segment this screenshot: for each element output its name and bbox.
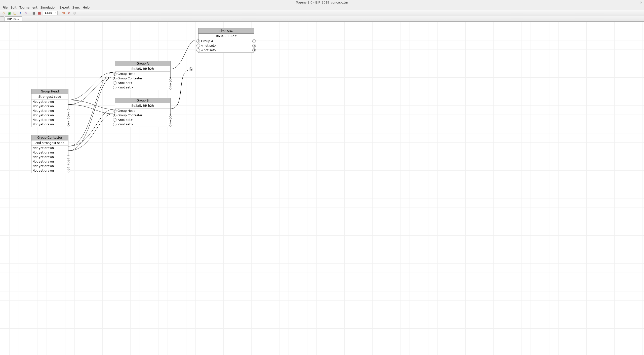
zoom-value: 133% xyxy=(43,11,54,15)
canvas[interactable]: Group Head Strongest seed Not yet drawn … xyxy=(0,22,644,355)
node-title: Group B xyxy=(115,98,170,103)
row: Not yet drawnP xyxy=(31,168,68,173)
menu-simulation[interactable]: Simulation xyxy=(39,5,58,10)
menu-file[interactable]: File xyxy=(1,5,9,10)
port-in-icon[interactable]: P xyxy=(113,77,116,80)
zoom-selector[interactable]: 133% ▾ xyxy=(43,11,58,15)
port-in-icon[interactable] xyxy=(113,81,116,85)
menu-tournament[interactable]: Tournament xyxy=(18,5,39,10)
port-out-icon[interactable]: 2 xyxy=(169,114,172,117)
node-subtitle: Bo2à5, RR-h2h xyxy=(115,103,170,109)
row: Not yet drawn xyxy=(31,104,68,109)
tab-bjp2017[interactable]: BJP 2017 xyxy=(5,16,22,21)
row: Not yet drawnP xyxy=(31,164,68,168)
port-in-icon[interactable]: P xyxy=(113,109,116,113)
row: Not yet drawn xyxy=(31,150,68,155)
port-out-icon[interactable]: P xyxy=(67,164,70,168)
tab-add-button[interactable]: + xyxy=(0,16,4,21)
node-subtitle: Strongest seed xyxy=(31,94,68,99)
node-subtitle: 2nd strongest seed xyxy=(31,140,68,146)
zoom-dropdown-icon[interactable]: ▾ xyxy=(54,12,57,14)
row: Not yet drawn xyxy=(31,146,68,150)
port-in-icon[interactable] xyxy=(113,86,116,89)
row: Not yet drawnP xyxy=(31,122,68,127)
port-out-icon[interactable]: 3 xyxy=(169,81,172,85)
port-out-icon[interactable]: 3 xyxy=(252,48,256,52)
row: <not set>4 xyxy=(115,122,170,127)
port-out-icon[interactable]: 3 xyxy=(169,118,172,122)
row: PGroup Head xyxy=(115,109,170,113)
menu-edit[interactable]: Edit xyxy=(9,5,18,10)
row: Not yet drawnP xyxy=(31,118,68,122)
row: Not yet drawnP xyxy=(31,109,68,113)
port-in-icon[interactable] xyxy=(113,123,116,126)
node-title: Group Head xyxy=(31,89,68,94)
port-out-icon[interactable]: P xyxy=(67,160,70,163)
port-out-icon[interactable]: P xyxy=(67,123,70,126)
port-out-icon[interactable]: P xyxy=(67,114,70,117)
tool-connect-icon[interactable]: ✦ xyxy=(18,11,23,15)
menu-help[interactable]: Help xyxy=(81,5,91,10)
port-out-icon[interactable]: 2 xyxy=(252,44,256,47)
row: <not set>3 xyxy=(115,118,170,122)
node-group-contester[interactable]: Group Contester 2nd strongest seed Not y… xyxy=(31,135,68,173)
toolbar: ◇ ▣ ◫ ✦ ✎ ▦ ▦ 133% ▾ ⟲ ⊘ ◍ xyxy=(0,10,644,16)
cursor-icon: ↖ xyxy=(190,68,193,72)
node-group-b[interactable]: Group B Bo2à5, RR-h2h PGroup Head PGroup… xyxy=(115,98,171,127)
tool-unlink-icon[interactable]: ⟲ xyxy=(61,11,66,15)
node-first-abc[interactable]: First ABC Bo3à5, RR-dif 1Group A1 <not s… xyxy=(198,28,254,53)
port-in-icon[interactable] xyxy=(196,44,200,47)
tool-grid-icon[interactable]: ▦ xyxy=(32,11,36,15)
node-subtitle: Bo2à5, RR-h2h xyxy=(115,66,170,72)
tool-grid-red-icon[interactable]: ▦ xyxy=(37,11,42,15)
port-out-icon[interactable]: 4 xyxy=(169,123,172,126)
port-out-icon[interactable]: 1 xyxy=(252,39,256,43)
window-title: Tugeny 2.0 - BJP_2019_concept.tur xyxy=(296,1,348,4)
menu-sync[interactable]: Sync xyxy=(71,5,81,10)
port-out-icon[interactable]: P xyxy=(67,169,70,172)
canvas-wrap: Group Head Strongest seed Not yet drawn … xyxy=(0,22,644,355)
tool-add-node-icon[interactable]: ▣ xyxy=(7,11,12,15)
row: Not yet drawnP xyxy=(31,159,68,164)
port-out-icon[interactable]: P xyxy=(67,155,70,159)
port-out-icon[interactable]: 4 xyxy=(169,86,172,89)
row: Not yet drawn xyxy=(31,99,68,104)
row: Not yet drawnP xyxy=(31,113,68,118)
tool-add-group-icon[interactable]: ◫ xyxy=(13,11,17,15)
row: Not yet drawnP xyxy=(31,155,68,159)
port-out-icon[interactable]: P xyxy=(67,109,70,113)
node-subtitle: Bo3à5, RR-dif xyxy=(198,34,254,39)
row: PGroup Contester2 xyxy=(115,76,170,81)
port-in-icon[interactable]: P xyxy=(113,72,116,76)
node-group-a[interactable]: Group A Bo2à5, RR-h2h PGroup Head PGroup… xyxy=(115,61,171,90)
tabbar: + BJP 2017 xyxy=(0,16,644,22)
tool-new-icon[interactable]: ◇ xyxy=(2,11,6,15)
port-in-icon[interactable] xyxy=(113,118,116,122)
row: <not set>3 xyxy=(115,81,170,85)
node-title: Group Contester xyxy=(31,135,68,140)
row: <not set>2 xyxy=(198,43,254,48)
row: PGroup Contester2 xyxy=(115,113,170,118)
menubar: File Edit Tournament Simulation Export S… xyxy=(0,5,644,10)
connection-lines xyxy=(0,22,644,355)
tool-globe-icon[interactable]: ◍ xyxy=(72,11,77,15)
row: 1Group A1 xyxy=(198,39,254,43)
port-in-icon[interactable] xyxy=(196,48,200,52)
row: PGroup Head xyxy=(115,72,170,76)
node-group-head[interactable]: Group Head Strongest seed Not yet drawn … xyxy=(31,89,68,127)
titlebar: Tugeny 2.0 - BJP_2019_concept.tur × xyxy=(0,0,644,5)
tool-paint-icon[interactable]: ✎ xyxy=(24,11,28,15)
node-title: First ABC xyxy=(198,28,254,34)
node-title: Group A xyxy=(115,61,170,66)
row: <not set>4 xyxy=(115,85,170,90)
tab-label: BJP 2017 xyxy=(7,17,20,21)
port-out-icon[interactable]: 2 xyxy=(169,77,172,80)
port-out-icon[interactable]: P xyxy=(67,118,70,122)
port-in-icon[interactable]: 1 xyxy=(196,39,200,43)
tool-forbid-icon[interactable]: ⊘ xyxy=(67,11,71,15)
row: <not set>3 xyxy=(198,48,254,53)
port-in-icon[interactable]: P xyxy=(113,114,116,117)
window-close-button[interactable]: × xyxy=(640,1,642,4)
menu-export[interactable]: Export xyxy=(58,5,71,10)
